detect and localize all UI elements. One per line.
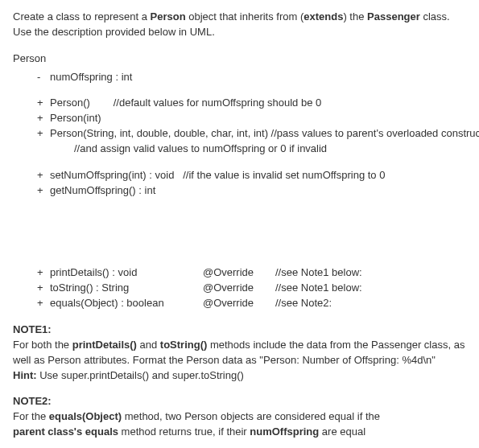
uml-accessors: + setNumOffspring(int) : void //if the v…: [13, 168, 466, 199]
note1-heading: NOTE1:: [13, 323, 466, 338]
method-signature: printDetails() : void: [50, 265, 203, 281]
override-annotation: @Override: [203, 296, 275, 311]
intro-text: object that inherits from (: [186, 10, 304, 23]
override-annotation: @Override: [203, 265, 275, 281]
field-signature: numOffspring : int: [50, 70, 132, 85]
ctor-signature: Person(String, int, double, double, char…: [50, 126, 479, 142]
uml-class-name: Person: [13, 51, 466, 67]
ctor-signature: Person(int): [50, 111, 101, 126]
intro-bold-extends: extends: [304, 10, 343, 23]
note2-heading: NOTE2:: [13, 394, 466, 409]
intro-paragraph: Create a class to represent a Person obj…: [13, 10, 466, 40]
uml-fields: - numOffspring : int: [13, 70, 466, 85]
note2-body: For the equals(Object) method, two Perso…: [13, 409, 466, 440]
visibility-bullet: +: [37, 96, 50, 111]
method-signature: toString() : String: [50, 281, 203, 296]
note1-body: For both the printDetails() and toString…: [13, 338, 466, 384]
method-signature: equals(Object) : boolean: [50, 296, 203, 311]
intro-bold-person: Person: [151, 10, 186, 23]
method-note: //see Note1 below:: [275, 281, 362, 296]
ctor-signature: Person() //default values for numOffspri…: [50, 96, 321, 111]
ctor-continuation-comment: //and assign valid values to numOffsprin…: [37, 142, 466, 157]
visibility-bullet: +: [37, 126, 50, 142]
method-signature: setNumOffspring(int) : void //if the val…: [50, 168, 385, 183]
uml-overrides: + printDetails() : void @Override //see …: [13, 265, 466, 311]
visibility-bullet: +: [37, 111, 50, 126]
intro-line2: Use the description provided below in UM…: [13, 26, 215, 38]
visibility-bullet: +: [37, 296, 50, 311]
visibility-bullet: +: [37, 183, 50, 199]
visibility-bullet: +: [37, 168, 50, 183]
method-note: //see Note2:: [275, 296, 332, 311]
intro-text: Create a class to represent a: [13, 10, 151, 23]
method-signature: getNumOffspring() : int: [50, 183, 155, 199]
uml-constructors: + Person() //default values for numOffsp…: [13, 96, 466, 156]
visibility-bullet: +: [37, 281, 50, 296]
visibility-bullet: +: [37, 265, 50, 281]
intro-bold-passenger: Passenger: [367, 10, 420, 23]
visibility-bullet: -: [37, 70, 50, 85]
override-annotation: @Override: [203, 281, 275, 296]
intro-text: class.: [420, 10, 450, 23]
method-note: //see Note1 below:: [275, 265, 362, 281]
intro-text: ) the: [343, 10, 367, 23]
